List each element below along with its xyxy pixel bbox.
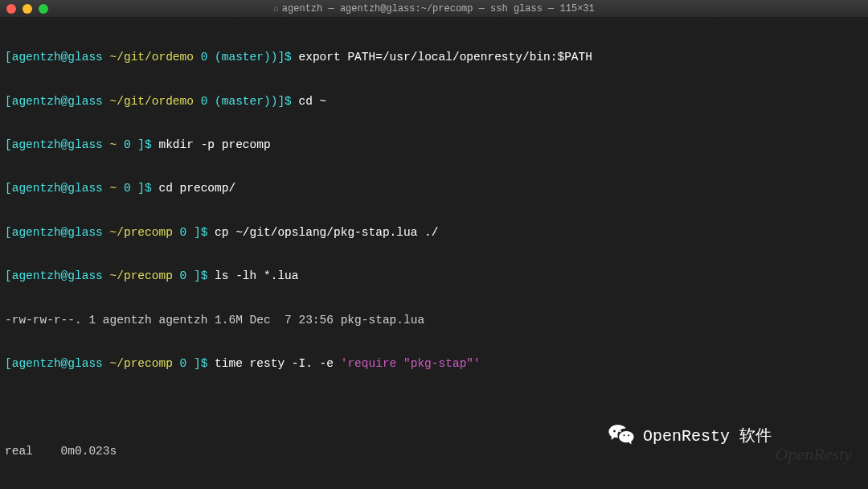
close-icon[interactable]: [6, 4, 16, 14]
traffic-lights: [6, 4, 48, 14]
command-text: cp ~/git/opslang/pkg-stap.lua ./: [215, 226, 438, 239]
terminal-output: real 0m0.023s: [5, 444, 863, 458]
window-titlebar: ⌂ agentzh — agentzh@glass:~/precomp — ss…: [0, 0, 868, 18]
terminal-line: [agentzh@glass ~/git/ordemo 0 (master))]…: [5, 50, 863, 64]
terminal-content[interactable]: [agentzh@glass ~/git/ordemo 0 (master))]…: [0, 18, 868, 489]
command-text: cd precomp/: [158, 182, 235, 195]
terminal-line: [agentzh@glass ~ 0 ]$ mkdir -p precomp: [5, 138, 863, 152]
maximize-icon[interactable]: [39, 4, 48, 14]
terminal-line: [agentzh@glass ~/git/ordemo 0 (master))]…: [5, 94, 863, 109]
terminal-line: [agentzh@glass ~/precomp 0 ]$ cp ~/git/o…: [5, 225, 863, 240]
terminal-line: [agentzh@glass ~ 0 ]$ cd precomp/: [5, 181, 863, 195]
home-icon: ⌂: [273, 4, 279, 14]
command-text: cd ~: [299, 95, 327, 108]
terminal-output: [5, 400, 863, 414]
command-text: 'require "pkg-stap"': [341, 357, 481, 370]
terminal-line: [agentzh@glass ~/precomp 0 ]$ ls -lh *.l…: [5, 269, 863, 283]
window-title-text: agentzh — agentzh@glass:~/precomp — ssh …: [282, 3, 595, 14]
command-text: export PATH=/usr/local/openresty/bin:$PA…: [299, 51, 592, 64]
command-text: time resty -I. -e: [215, 357, 341, 370]
command-text: mkdir -p precomp: [158, 138, 270, 151]
minimize-icon[interactable]: [23, 4, 32, 14]
window-title: ⌂ agentzh — agentzh@glass:~/precomp — ss…: [273, 3, 594, 14]
terminal-line: [agentzh@glass ~/precomp 0 ]$ time resty…: [5, 356, 863, 371]
command-text: ls -lh *.lua: [215, 269, 298, 282]
terminal-output: -rw-rw-r--. 1 agentzh agentzh 1.6M Dec 7…: [5, 313, 863, 327]
